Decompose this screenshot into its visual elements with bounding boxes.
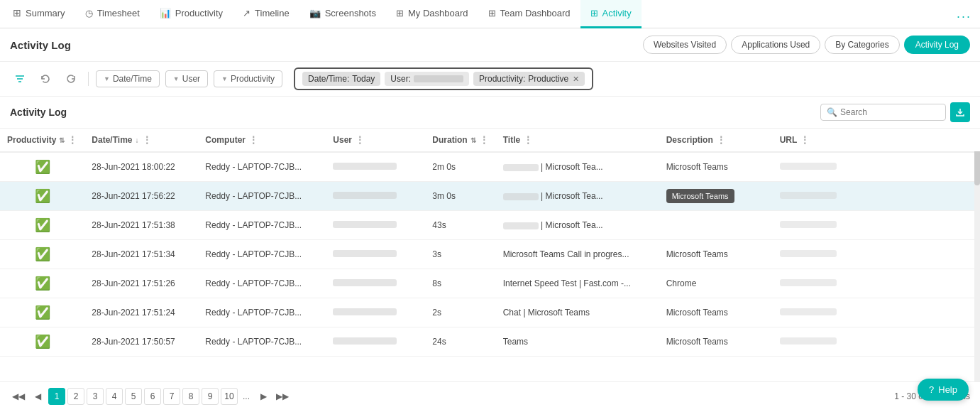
- help-label: Help: [938, 384, 957, 395]
- page-last-btn[interactable]: ▶▶: [274, 388, 291, 405]
- help-btn[interactable]: ? Help: [918, 379, 969, 401]
- table-row[interactable]: ✅28-Jun-2021 17:51:38Reddy - LAPTOP-7CJB…: [0, 211, 980, 240]
- filter-icon-btn[interactable]: [10, 69, 30, 89]
- productivity-sort[interactable]: ⇅: [59, 136, 65, 144]
- tab-timesheet-label: Timesheet: [97, 8, 140, 18]
- url-blurred: [780, 337, 837, 345]
- table-row[interactable]: ✅28-Jun-2021 18:00:22Reddy - LAPTOP-7CJB…: [0, 152, 980, 182]
- table-row[interactable]: ✅28-Jun-2021 17:50:57Reddy - LAPTOP-7CJB…: [0, 327, 980, 357]
- cell-user: [326, 240, 425, 269]
- tab-summary[interactable]: ⊞ Summary: [3, 0, 75, 28]
- user-blurred: [333, 250, 397, 257]
- table-row[interactable]: ✅28-Jun-2021 17:51:26Reddy - LAPTOP-7CJB…: [0, 269, 980, 298]
- tab-productivity-label: Productivity: [175, 8, 223, 18]
- summary-icon: ⊞: [13, 7, 21, 18]
- by-categories-btn[interactable]: By Categories: [825, 36, 899, 54]
- applications-used-btn[interactable]: Applications Used: [731, 36, 820, 54]
- check-circle-icon: ✅: [35, 247, 50, 261]
- page-btn-8[interactable]: 8: [182, 388, 199, 405]
- cell-description: Microsoft Teams: [659, 152, 773, 182]
- more-menu-btn[interactable]: ...: [951, 6, 977, 21]
- activity-log-btn[interactable]: Activity Log: [904, 36, 970, 54]
- datetime-col-dots[interactable]: ⋮: [142, 134, 152, 146]
- cell-title: Chat | Microsoft Teams: [496, 298, 659, 327]
- col-header-computer: Computer ⋮: [198, 129, 326, 152]
- table-row[interactable]: ✅28-Jun-2021 17:51:24Reddy - LAPTOP-7CJB…: [0, 298, 980, 327]
- active-productivity-close[interactable]: ✕: [573, 75, 579, 84]
- toolbar: Activity Log Websites Visited Applicatio…: [0, 28, 980, 62]
- url-blurred: [780, 221, 837, 228]
- active-filters-box: Date/Time: Today User: Productivity: Pro…: [294, 67, 593, 90]
- table-row[interactable]: ✅28-Jun-2021 17:51:34Reddy - LAPTOP-7CJB…: [0, 240, 980, 269]
- export-btn[interactable]: [950, 102, 970, 122]
- search-icon: 🔍: [827, 107, 837, 117]
- cell-url: [773, 298, 980, 327]
- url-blurred: [780, 308, 837, 315]
- title-col-dots[interactable]: ⋮: [523, 134, 533, 146]
- tab-my-dashboard[interactable]: ⊞ My Dashboard: [386, 0, 478, 28]
- page-first-btn[interactable]: ◀◀: [10, 388, 27, 405]
- page-btn-2[interactable]: 2: [67, 388, 84, 405]
- page-btn-1[interactable]: 1: [48, 388, 65, 405]
- user-blurred: [333, 192, 397, 199]
- computer-col-dots[interactable]: ⋮: [248, 134, 258, 146]
- refresh-btn[interactable]: [61, 69, 81, 89]
- page-btn-4[interactable]: 4: [106, 388, 123, 405]
- user-col-dots[interactable]: ⋮: [355, 134, 365, 146]
- cell-description: Microsoft Teams: [659, 182, 773, 211]
- tab-team-dashboard[interactable]: ⊞ Team Dashboard: [478, 0, 580, 28]
- url-blurred: [780, 279, 837, 286]
- table-row[interactable]: ✅28-Jun-2021 17:56:22Reddy - LAPTOP-7CJB…: [0, 182, 980, 211]
- tab-activity[interactable]: ⊞ Activity: [580, 0, 642, 28]
- page-btn-3[interactable]: 3: [87, 388, 104, 405]
- cell-description: [659, 211, 773, 240]
- search-input[interactable]: [840, 107, 940, 117]
- page-btn-9[interactable]: 9: [202, 388, 219, 405]
- cell-url: [773, 269, 980, 298]
- date-time-filter-label: Date/Time: [113, 74, 152, 84]
- description-col-dots[interactable]: ⋮: [716, 134, 726, 146]
- top-nav: ⊞ Summary ◷ Timesheet 📊 Productivity ↗ T…: [0, 0, 980, 28]
- cell-title: Teams: [496, 327, 659, 357]
- search-box[interactable]: 🔍: [820, 104, 946, 121]
- active-user-value: [414, 75, 463, 82]
- cell-datetime: 28-Jun-2021 17:51:26: [84, 269, 198, 298]
- cell-description: Microsoft Teams: [659, 327, 773, 357]
- title-blurred-prefix: [503, 222, 539, 229]
- url-blurred: [780, 192, 837, 199]
- page-btn-10[interactable]: 10: [221, 388, 238, 405]
- cell-productivity: ✅: [0, 182, 84, 211]
- datetime-sort[interactable]: ↓: [136, 136, 139, 144]
- cell-computer: Reddy - LAPTOP-7CJB...: [198, 240, 326, 269]
- tab-screenshots[interactable]: 📷 Screenshots: [299, 0, 386, 28]
- duration-col-dots[interactable]: ⋮: [479, 134, 489, 146]
- productivity-filter-chip[interactable]: ▼ Productivity: [214, 70, 282, 87]
- user-filter-chip[interactable]: ▼ User: [165, 70, 208, 87]
- page-prev-btn[interactable]: ◀: [29, 388, 46, 405]
- productivity-col-dots[interactable]: ⋮: [67, 134, 77, 146]
- scrollbar-track[interactable]: [974, 129, 980, 381]
- cell-duration: 2m 0s: [425, 152, 495, 182]
- date-time-filter-chip[interactable]: ▼ Date/Time: [96, 70, 160, 87]
- page-btn-7[interactable]: 7: [163, 388, 180, 405]
- undo-btn[interactable]: [35, 69, 55, 89]
- check-circle-icon: ✅: [35, 305, 50, 320]
- page-btn-5[interactable]: 5: [125, 388, 142, 405]
- url-blurred: [780, 163, 837, 170]
- section-header: Activity Log 🔍: [0, 97, 980, 129]
- user-blurred: [333, 279, 397, 286]
- user-filter-arrow: ▼: [173, 75, 180, 82]
- websites-visited-btn[interactable]: Websites Visited: [643, 36, 727, 54]
- cell-duration: 3m 0s: [425, 182, 495, 211]
- cell-title: | Microsoft Tea...: [496, 152, 659, 182]
- tab-productivity[interactable]: 📊 Productivity: [150, 0, 233, 28]
- page-next-btn[interactable]: ▶: [255, 388, 272, 405]
- url-col-dots[interactable]: ⋮: [800, 134, 810, 146]
- page-btn-6[interactable]: 6: [144, 388, 161, 405]
- toolbar-title: Activity Log: [10, 39, 71, 51]
- tab-timesheet[interactable]: ◷ Timesheet: [75, 0, 150, 28]
- duration-sort[interactable]: ⇅: [470, 136, 476, 144]
- filter-sep: [88, 72, 89, 86]
- tab-timeline[interactable]: ↗ Timeline: [233, 0, 299, 28]
- cell-url: [773, 152, 980, 182]
